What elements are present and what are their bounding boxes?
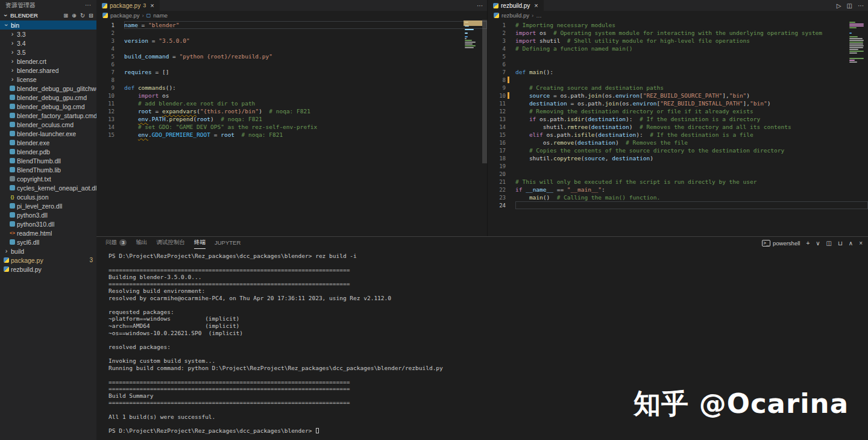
tree-item-3.3[interactable]: ›3.3 <box>0 30 96 39</box>
code-line[interactable]: 24 <box>488 201 868 209</box>
split-editor-icon[interactable]: ◫ <box>847 2 852 9</box>
tree-item-python3.dll[interactable]: python3.dll <box>0 210 96 219</box>
tree-item-readme.html[interactable]: <>readme.html <box>0 228 96 237</box>
code-line[interactable]: 9 # Creating source and destination path… <box>488 84 868 92</box>
tree-item-blender.shared[interactable]: ›blender.shared <box>0 66 96 75</box>
code-line[interactable]: 4 <box>96 45 487 52</box>
code-line[interactable]: 2import os # Operating system module for… <box>488 29 868 37</box>
explorer-section-header[interactable]: › BLENDER ⊞ ⊕ ↻ ⊟ <box>0 10 96 20</box>
code-line[interactable]: 3import shutil # Shell utility module fo… <box>488 37 868 45</box>
scrollbar-1[interactable] <box>482 20 487 236</box>
code-line[interactable]: 7requires = [] <box>96 68 487 76</box>
panel-tab-输出[interactable]: 输出 <box>136 237 147 249</box>
tab-rezbuild-py[interactable]: rezbuild.py × <box>488 0 544 11</box>
new-terminal-icon[interactable]: + <box>806 240 810 247</box>
code-line[interactable]: 10 import os <box>96 92 487 99</box>
tree-item-blendthumb.lib[interactable]: BlendThumb.lib <box>0 165 96 174</box>
code-editor-package-py[interactable]: 1name = "blender"23version = "3.5.0.0"45… <box>96 20 487 236</box>
more-actions-icon[interactable]: ··· <box>858 2 864 9</box>
tree-item-oculus.json[interactable]: {}oculus.json <box>0 192 96 201</box>
collapse-all-icon[interactable]: ⊟ <box>89 12 93 19</box>
tree-item-bin[interactable]: ›bin <box>0 20 96 30</box>
code-line[interactable]: 23 main() # Calling the main() function. <box>488 193 868 201</box>
code-line[interactable]: 22if __name__ == "__main__": <box>488 186 868 193</box>
panel-tab-问题[interactable]: 问题3 <box>105 237 127 249</box>
code-line[interactable]: 1# Importing necessary modules <box>488 21 868 29</box>
split-terminal-icon[interactable]: ◫ <box>826 240 832 247</box>
code-line[interactable]: 14 # set GDO: "GAME DEV OPS" as the rez-… <box>96 123 487 131</box>
tree-item-blender-debug-gpu-glitchworka...[interactable]: blender_debug_gpu_glitchworka... <box>0 84 96 93</box>
code-line[interactable]: 6 <box>96 60 487 68</box>
code-line[interactable]: 8 <box>488 76 868 84</box>
code-line[interactable]: 9def commands(): <box>96 84 487 92</box>
code-line[interactable]: 3version = "3.5.0.0" <box>96 37 487 45</box>
terminal-profile[interactable]: >_ powershell <box>762 240 800 247</box>
code-line[interactable]: 17 # Copies the contents of the source d… <box>488 146 868 154</box>
minimap-slider[interactable] <box>464 20 482 26</box>
code-line[interactable]: 11 # add blender.exe root dir to path <box>96 99 487 107</box>
tree-item-rezbuild.py[interactable]: rezbuild.py <box>0 265 96 274</box>
more-actions-icon[interactable]: ··· <box>477 2 483 9</box>
code-line[interactable]: 5 <box>488 52 868 60</box>
terminal-dropdown-icon[interactable]: ∨ <box>816 240 820 247</box>
breadcrumb-file[interactable]: package.py <box>110 12 140 19</box>
tree-item-cycles-kernel-oneapi-aot.dll[interactable]: cycles_kernel_oneapi_aot.dll <box>0 183 96 192</box>
tree-item-license[interactable]: ›license <box>0 75 96 84</box>
code-line[interactable]: 10 source = os.path.join(os.environ["REZ… <box>488 92 868 99</box>
tree-item-build[interactable]: ›build <box>0 247 96 256</box>
tree-item-3.4[interactable]: ›3.4 <box>0 39 96 48</box>
panel-tab-JUPYTER[interactable]: JUPYTER <box>215 237 241 249</box>
tree-item-pi-level-zero.dll[interactable]: pi_level_zero.dll <box>0 201 96 210</box>
tree-item-blender-factory-startup.cmd[interactable]: blender_factory_startup.cmd <box>0 111 96 120</box>
code-line[interactable]: 11 destination = os.path.join(os.environ… <box>488 99 868 107</box>
tree-item-blendthumb.dll[interactable]: BlendThumb.dll <box>0 156 96 165</box>
run-python-file-icon[interactable]: ▷ <box>837 2 841 9</box>
tree-item-python310.dll[interactable]: python310.dll <box>0 219 96 228</box>
code-line[interactable]: 13 env.PATH.prepend(root) # noqa: F821 <box>96 115 487 123</box>
code-line[interactable]: 6 <box>488 60 868 68</box>
tree-item-3.5[interactable]: ›3.5 <box>0 48 96 57</box>
code-line[interactable]: 12 root = expandvars("{this.root}/bin") … <box>96 107 487 115</box>
code-line[interactable]: 4# Defining a function named main() <box>488 45 868 52</box>
breadcrumb-file[interactable]: rezbuild.py <box>502 12 529 19</box>
code-line[interactable]: 15 elif os.path.isfile(destination): # I… <box>488 131 868 139</box>
code-line[interactable]: 21# This will only be executed if the sc… <box>488 178 868 186</box>
tree-item-blender-launcher.exe[interactable]: blender-launcher.exe <box>0 129 96 138</box>
refresh-icon[interactable]: ↻ <box>80 12 85 19</box>
code-line[interactable]: 7def main(): <box>488 68 868 76</box>
maximize-panel-icon[interactable]: ∧ <box>849 240 853 247</box>
tab-package-py[interactable]: package.py 3 × <box>96 0 160 11</box>
tree-item-sycl6.dll[interactable]: sycl6.dll <box>0 237 96 247</box>
code-line[interactable]: 12 # Removing the destination directory … <box>488 107 868 115</box>
code-line[interactable]: 5build_command = "python {root}/rezbuild… <box>96 52 487 60</box>
close-icon[interactable]: × <box>150 2 154 9</box>
code-line[interactable]: 20 <box>488 170 868 178</box>
code-line[interactable]: 1name = "blender" <box>96 21 487 29</box>
close-icon[interactable]: × <box>534 2 538 9</box>
tree-item-blender.pdb[interactable]: blender.pdb <box>0 147 96 156</box>
code-line[interactable]: 14 shutil.rmtree(destination) # Removes … <box>488 123 868 131</box>
code-line[interactable]: 2 <box>96 29 487 37</box>
scrollbar-thumb[interactable] <box>482 20 487 163</box>
breadcrumb-more[interactable]: … <box>536 12 542 19</box>
code-line[interactable]: 18 shutil.copytree(source, destination) <box>488 154 868 162</box>
minimap-editor1[interactable] <box>465 22 482 49</box>
code-line[interactable]: 13 if os.path.isdir(destination): # If t… <box>488 115 868 123</box>
panel-tab-终端[interactable]: 终端 <box>194 237 206 249</box>
minimap-editor2[interactable] <box>849 22 866 65</box>
kill-terminal-icon[interactable]: ⊔ <box>838 240 843 247</box>
breadcrumb-symbol[interactable]: name <box>153 12 168 19</box>
code-line[interactable]: 16 os.remove(destination) # Removes the … <box>488 139 868 146</box>
tree-item-blender-oculus.cmd[interactable]: blender_oculus.cmd <box>0 120 96 129</box>
tree-item-copyright.txt[interactable]: copyright.txt <box>0 174 96 183</box>
tree-item-blender-debug-gpu.cmd[interactable]: blender_debug_gpu.cmd <box>0 93 96 102</box>
code-line[interactable]: 15 env.GDO_PREMIERE_ROOT = root # noqa: … <box>96 131 487 139</box>
panel-tab-调试控制台[interactable]: 调试控制台 <box>156 237 185 249</box>
code-editor-rezbuild-py[interactable]: 1# Importing necessary modules2import os… <box>488 20 868 236</box>
code-line[interactable]: 8 <box>96 76 487 84</box>
close-panel-icon[interactable]: × <box>859 240 863 247</box>
tree-item-blender.crt[interactable]: ›blender.crt <box>0 57 96 66</box>
new-file-icon[interactable]: ⊞ <box>63 12 68 19</box>
more-actions-icon[interactable]: ··· <box>85 2 91 8</box>
tree-item-blender-debug-log.cmd[interactable]: blender_debug_log.cmd <box>0 102 96 111</box>
